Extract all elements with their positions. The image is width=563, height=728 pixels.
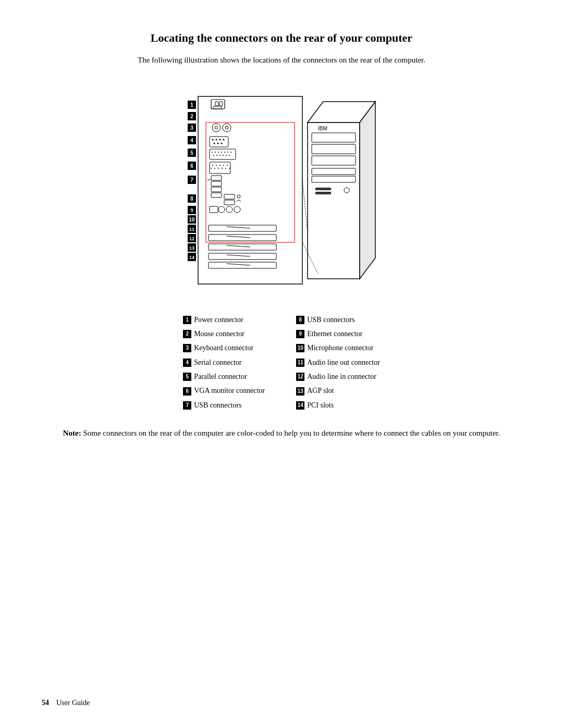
svg-text:4: 4	[190, 138, 193, 143]
label-text: USB connectors	[307, 314, 354, 326]
svg-text:8: 8	[190, 196, 193, 202]
svg-text:13: 13	[189, 245, 194, 251]
label-badge: 7	[183, 401, 191, 410]
label-text: Keyboard connector	[194, 342, 253, 354]
svg-text:5: 5	[190, 150, 193, 156]
label-badge: 1	[183, 316, 191, 324]
svg-point-37	[216, 155, 217, 156]
svg-point-40	[226, 155, 227, 156]
svg-point-23	[214, 142, 215, 144]
svg-point-45	[212, 165, 213, 166]
svg-text:6: 6	[190, 163, 193, 169]
label-badge: 12	[296, 373, 304, 381]
svg-text:2: 2	[190, 114, 193, 119]
label-badge: 11	[296, 359, 304, 367]
label-badge: 13	[296, 387, 304, 396]
left-label-item: 5Parallel connector	[183, 371, 265, 382]
svg-text:11: 11	[189, 227, 194, 232]
label-text: Power connector	[194, 314, 243, 326]
svg-point-54	[225, 168, 226, 169]
right-label-item: 14PCI slots	[296, 400, 380, 411]
svg-text:3: 3	[190, 125, 193, 131]
svg-text:7: 7	[190, 177, 193, 183]
left-label-item: 3Keyboard connector	[183, 342, 265, 354]
label-badge: 4	[183, 359, 191, 367]
svg-point-51	[214, 168, 215, 169]
right-label-item: 13AGP slot	[296, 385, 380, 397]
svg-point-53	[222, 168, 223, 169]
svg-point-31	[218, 152, 219, 153]
svg-point-32	[221, 152, 222, 153]
label-badge: 3	[183, 344, 191, 352]
note-text: Some connectors on the rear of the compu…	[83, 429, 500, 437]
label-text: Ethernet connector	[307, 328, 362, 340]
svg-point-22	[223, 139, 225, 140]
footer-label: User Guide	[56, 699, 90, 707]
left-label-item: 7USB connectors	[183, 400, 265, 411]
left-label-column: 1Power connector2Mouse connector3Keyboar…	[183, 314, 265, 412]
connector-labels-area: 1Power connector2Mouse connector3Keyboar…	[42, 314, 521, 412]
page-number: 54	[42, 699, 49, 707]
label-badge: 6	[183, 387, 191, 396]
svg-point-41	[229, 155, 230, 156]
svg-point-50	[211, 168, 212, 169]
label-badge: 2	[183, 330, 191, 338]
svg-point-55	[229, 168, 230, 169]
label-text: USB connectors	[194, 400, 241, 411]
label-text: Audio line in connector	[307, 371, 376, 382]
svg-point-34	[227, 152, 228, 153]
label-text: Mouse connector	[194, 328, 244, 340]
left-label-item: 1Power connector	[183, 314, 265, 326]
left-label-item: 2Mouse connector	[183, 328, 265, 340]
svg-point-20	[216, 139, 217, 140]
label-badge: 5	[183, 373, 191, 381]
svg-rect-94	[308, 122, 360, 279]
svg-point-29	[212, 152, 213, 153]
footer: 54 User Guide	[42, 699, 90, 707]
right-label-item: 9Ethernet connector	[296, 328, 380, 340]
left-label-item: 4Serial connector	[183, 357, 265, 368]
svg-point-39	[223, 155, 224, 156]
svg-line-106	[302, 180, 308, 232]
svg-point-24	[217, 142, 219, 144]
left-label-item: 6VGA monitor connector	[183, 385, 265, 397]
label-text: Serial connector	[194, 357, 241, 368]
svg-text:9: 9	[191, 207, 193, 213]
svg-text:IBM: IBM	[318, 126, 327, 131]
svg-point-52	[218, 168, 219, 169]
svg-point-36	[213, 155, 214, 156]
svg-marker-96	[360, 102, 375, 279]
svg-rect-102	[315, 188, 331, 190]
svg-point-21	[219, 139, 221, 140]
svg-text:14: 14	[189, 255, 194, 260]
label-badge: 14	[296, 401, 304, 410]
svg-text:10: 10	[189, 217, 195, 223]
svg-point-38	[219, 155, 221, 156]
svg-point-33	[224, 152, 225, 153]
svg-rect-103	[315, 192, 331, 194]
label-text: Parallel connector	[194, 371, 247, 382]
right-label-item: 8USB connectors	[296, 314, 380, 326]
label-badge: 8	[296, 316, 304, 324]
note-label: Note:	[63, 429, 81, 437]
computer-diagram: 1 2 3 4 5	[130, 81, 433, 300]
svg-point-46	[216, 165, 217, 166]
svg-point-25	[221, 142, 223, 144]
page-title: Locating the connectors on the rear of y…	[42, 31, 521, 45]
label-text: AGP slot	[307, 385, 334, 397]
label-text: Audio line out connector	[307, 357, 380, 368]
right-label-item: 11Audio line out connector	[296, 357, 380, 368]
svg-text:1: 1	[190, 102, 193, 108]
label-text: PCI slots	[307, 400, 334, 411]
svg-point-30	[215, 152, 216, 153]
note-section: Note: Some connectors on the rear of the…	[42, 427, 521, 439]
svg-point-35	[230, 152, 231, 153]
diagram-area: 1 2 3 4 5	[42, 81, 521, 300]
label-badge: 10	[296, 344, 304, 352]
svg-point-19	[212, 139, 214, 140]
right-label-column: 8USB connectors9Ethernet connector10Micr…	[296, 314, 380, 412]
right-label-item: 10Microphone connector	[296, 342, 380, 354]
label-text: Microphone connector	[307, 342, 373, 354]
right-label-item: 12Audio line in connector	[296, 371, 380, 382]
label-text: VGA monitor connector	[194, 385, 265, 397]
